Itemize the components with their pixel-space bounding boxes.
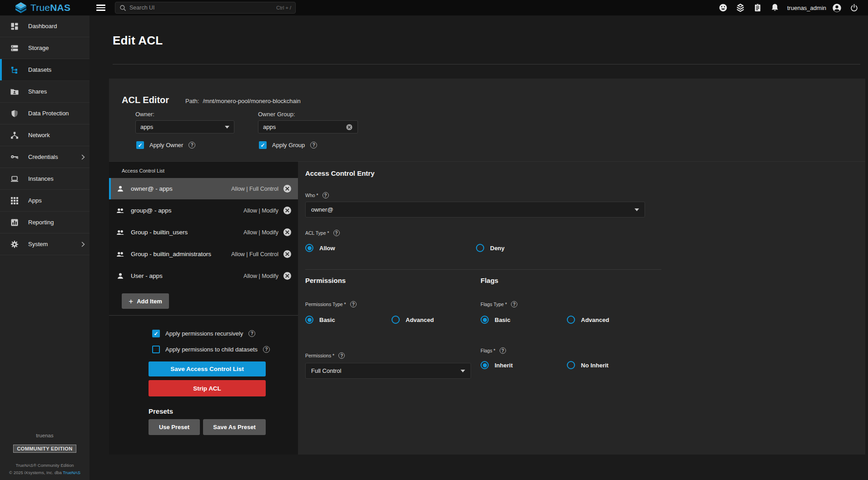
help-icon[interactable] [333, 230, 340, 236]
acl-entry-who: User - apps [131, 272, 243, 279]
owner-group-input[interactable]: apps [258, 120, 358, 134]
acl-editor-card: ACL Editor Path:/mnt/monero-pool/monero-… [109, 79, 865, 455]
acl-entry-who: Group - builtin_users [131, 229, 243, 236]
acl-entry-row[interactable]: owner@ - apps Allow | Full Control [109, 178, 298, 199]
remove-entry-icon[interactable] [283, 206, 292, 215]
radio-icon [392, 316, 400, 324]
clear-icon[interactable] [346, 124, 353, 131]
jobs-clipboard-icon[interactable] [749, 3, 766, 12]
radio-icon [567, 316, 575, 324]
network-hub-icon [10, 131, 19, 139]
truenas-logo[interactable]: TrueNAS [0, 2, 89, 14]
remove-entry-icon[interactable] [283, 250, 292, 258]
sidebar-item-credentials[interactable]: Credentials [0, 146, 89, 168]
permissions-type-basic-radio[interactable]: Basic [305, 316, 392, 324]
help-icon[interactable] [511, 301, 517, 307]
radio-icon [567, 361, 575, 369]
help-icon[interactable] [322, 192, 329, 198]
chevron-right-icon [81, 154, 85, 160]
sidebar-item-dashboard[interactable]: Dashboard [0, 15, 89, 37]
add-item-button[interactable]: Add Item [122, 293, 169, 309]
top-bar: TrueNAS Ctrl + / [0, 0, 868, 15]
sidebar-toggle-hamburger-icon[interactable] [96, 5, 105, 11]
acl-entry-row[interactable]: User - apps Allow | Modify [109, 265, 298, 287]
acl-entry-row[interactable]: Group - builtin_users Allow | Modify [109, 222, 298, 243]
acl-type-allow-radio[interactable]: Allow [305, 244, 476, 252]
ace-heading: Access Control Entry [305, 169, 865, 177]
header-divider [113, 64, 860, 64]
truenas-link[interactable]: TrueNAS [63, 470, 80, 475]
who-select[interactable]: owner@ [305, 202, 645, 218]
group-icon [116, 228, 124, 237]
acl-entry-row[interactable]: group@ - apps Allow | Modify [109, 200, 298, 221]
sidebar-item-label: Shares [28, 88, 85, 95]
remove-entry-icon[interactable] [283, 184, 292, 193]
sidebar-item-label: Data Protection [28, 110, 85, 117]
acl-entry-row[interactable]: Group - builtin_administrators Allow | F… [109, 243, 298, 265]
acl-type-deny-radio[interactable]: Deny [476, 244, 505, 252]
global-search[interactable]: Ctrl + / [115, 2, 296, 14]
permissions-type-advanced-radio[interactable]: Advanced [392, 316, 434, 324]
flags-no-inherit-radio[interactable]: No Inherit [567, 361, 609, 369]
flags-label: Flags * [481, 348, 496, 353]
sidebar-item-data-protection[interactable]: Data Protection [0, 103, 89, 124]
sidebar-item-instances[interactable]: Instances [0, 168, 89, 190]
ace-divider [305, 269, 661, 270]
radio-label: Deny [490, 245, 505, 252]
radio-icon [305, 244, 313, 252]
search-input[interactable] [129, 5, 273, 11]
help-icon[interactable] [188, 142, 195, 148]
acl-type-label: ACL Type * [305, 230, 329, 236]
permissions-label: Permissions * [305, 353, 334, 358]
radio-icon [305, 316, 313, 324]
help-icon[interactable] [310, 142, 317, 148]
apply-child-datasets-checkbox[interactable] [152, 346, 160, 353]
sidebar-item-label: Network [28, 132, 85, 139]
feedback-smiley-icon[interactable] [714, 3, 732, 12]
acl-entry-permission: Allow | Modify [243, 273, 278, 279]
flags-inherit-radio[interactable]: Inherit [481, 361, 567, 369]
radio-icon [476, 244, 484, 252]
owner-select[interactable]: apps [135, 120, 234, 134]
help-icon[interactable] [248, 330, 255, 337]
sidebar-item-label: Instances [28, 175, 85, 182]
owner-group-label: Owner Group: [258, 111, 367, 118]
sidebar-item-label: Storage [28, 45, 85, 51]
power-icon[interactable] [846, 4, 863, 12]
sidebar-item-shares[interactable]: Shares [0, 81, 89, 103]
use-preset-button[interactable]: Use Preset [149, 419, 200, 435]
notifications-bell-icon[interactable] [766, 3, 784, 12]
radio-label: Inherit [495, 362, 513, 369]
apply-group-checkbox[interactable] [259, 141, 267, 149]
sidebar-item-network[interactable]: Network [0, 124, 89, 146]
help-icon[interactable] [338, 352, 345, 359]
help-icon[interactable] [263, 346, 270, 353]
flags-type-basic-radio[interactable]: Basic [481, 316, 567, 324]
sidebar-item-storage[interactable]: Storage [0, 37, 89, 59]
save-as-preset-button[interactable]: Save As Preset [203, 419, 266, 435]
shield-icon [10, 109, 19, 118]
apply-recursively-label: Apply permissions recursively [165, 330, 243, 337]
remove-entry-icon[interactable] [283, 272, 292, 280]
flags-type-advanced-radio[interactable]: Advanced [567, 316, 609, 324]
permissions-select[interactable]: Full Control [305, 363, 471, 379]
bar-chart-icon [10, 218, 19, 227]
who-label: Who * [305, 193, 318, 198]
help-icon[interactable] [350, 301, 357, 307]
user-avatar-icon[interactable] [828, 3, 846, 13]
apply-owner-checkbox[interactable] [136, 141, 144, 149]
acl-entry-permission: Allow | Full Control [231, 251, 278, 257]
sidebar-item-reporting[interactable]: Reporting [0, 212, 89, 233]
ix-systems-layers-icon[interactable] [732, 3, 749, 12]
sidebar-item-datasets[interactable]: Datasets [0, 59, 89, 81]
sidebar-item-system[interactable]: System [0, 233, 89, 255]
radio-icon [481, 361, 489, 369]
apply-recursively-checkbox[interactable] [152, 330, 160, 337]
acl-list-heading: Access Control List [122, 168, 298, 173]
save-acl-button[interactable]: Save Access Control List [149, 361, 266, 376]
sidebar-item-apps[interactable]: Apps [0, 190, 89, 212]
remove-entry-icon[interactable] [283, 228, 292, 237]
help-icon[interactable] [500, 347, 506, 354]
radio-label: Basic [319, 317, 335, 323]
strip-acl-button[interactable]: Strip ACL [149, 380, 266, 396]
